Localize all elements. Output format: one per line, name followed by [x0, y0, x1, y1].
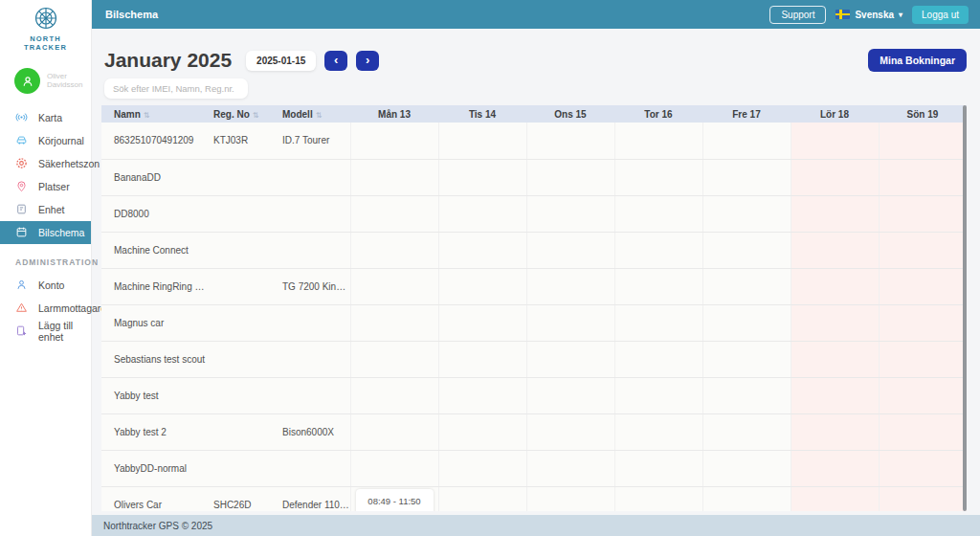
schedule-cell-tis-14[interactable]: [438, 341, 526, 377]
schedule-cell-man-13[interactable]: [350, 232, 438, 268]
schedule-cell-ons-15[interactable]: [526, 486, 614, 511]
column-header-reg-no[interactable]: Reg. No⇅: [207, 105, 276, 123]
schedule-cell-tis-14[interactable]: [438, 304, 526, 341]
sidebar-item-bilschema[interactable]: Bilschema: [0, 221, 91, 244]
schedule-cell-son-19[interactable]: [879, 195, 967, 232]
schedule-cell-ons-15[interactable]: [526, 450, 614, 486]
date-input[interactable]: 2025-01-15: [246, 51, 316, 71]
schedule-cell-fre-17[interactable]: [702, 304, 791, 341]
schedule-cell-man-13[interactable]: [350, 450, 438, 486]
vertical-scrollbar[interactable]: [963, 105, 967, 511]
next-week-button[interactable]: ›: [356, 51, 379, 71]
schedule-cell-lor-18[interactable]: [791, 195, 879, 232]
schedule-cell-son-19[interactable]: [879, 304, 967, 341]
schedule-cell-tor-16[interactable]: [614, 195, 702, 232]
user-profile[interactable]: Oliver Davidsson: [0, 68, 91, 95]
schedule-cell-son-19[interactable]: [879, 341, 967, 377]
schedule-cell-tor-16[interactable]: [614, 377, 702, 413]
schedule-cell-ons-15[interactable]: [526, 232, 614, 268]
schedule-cell-man-13[interactable]: [350, 304, 438, 341]
schedule-cell-fre-17[interactable]: [702, 123, 791, 159]
schedule-cell-tor-16[interactable]: [614, 268, 702, 304]
schedule-cell-tis-14[interactable]: [438, 268, 526, 304]
schedule-cell-tor-16[interactable]: [614, 123, 702, 159]
column-header-modell[interactable]: Modell⇅: [276, 105, 350, 123]
schedule-cell-tor-16[interactable]: [614, 486, 702, 511]
schedule-cell-son-19[interactable]: [879, 377, 967, 413]
schedule-cell-man-13[interactable]: [350, 377, 438, 413]
schedule-cell-ons-15[interactable]: [526, 159, 614, 195]
schedule-cell-ons-15[interactable]: [526, 341, 614, 377]
schedule-cell-lor-18[interactable]: [791, 486, 879, 511]
prev-week-button[interactable]: ‹: [324, 51, 347, 71]
schedule-cell-lor-18[interactable]: [791, 123, 879, 159]
schedule-cell-man-13[interactable]: [350, 123, 438, 159]
schedule-cell-lor-18[interactable]: [791, 377, 879, 413]
schedule-cell-tis-14[interactable]: [438, 232, 526, 268]
schedule-cell-fre-17[interactable]: [702, 413, 791, 450]
schedule-cell-fre-17[interactable]: [702, 268, 791, 304]
language-selector[interactable]: Svenska ▾: [835, 10, 902, 20]
booking-chip[interactable]: 08:49 - 11:50: [356, 489, 434, 512]
schedule-cell-son-19[interactable]: [879, 159, 967, 195]
schedule-cell-man-13[interactable]: [350, 195, 438, 232]
schedule-cell-tis-14[interactable]: [438, 377, 526, 413]
schedule-cell-ons-15[interactable]: [526, 123, 614, 159]
logout-button[interactable]: Logga ut: [912, 6, 969, 24]
schedule-cell-ons-15[interactable]: [526, 377, 614, 413]
support-button[interactable]: Support: [769, 6, 826, 24]
schedule-cell-tis-14[interactable]: [438, 123, 526, 159]
schedule-cell-ons-15[interactable]: [526, 304, 614, 341]
schedule-cell-ons-15[interactable]: [526, 413, 614, 450]
sidebar-item-korjournal[interactable]: Körjournal: [0, 129, 91, 152]
schedule-cell-man-13[interactable]: [350, 413, 438, 450]
schedule-cell-ons-15[interactable]: [526, 195, 614, 232]
schedule-cell-tis-14[interactable]: [438, 450, 526, 486]
sidebar-item-larmmottagare[interactable]: Larmmottagare: [0, 297, 91, 320]
schedule-cell-man-13[interactable]: [350, 159, 438, 195]
my-bookings-button[interactable]: Mina Bokningar: [868, 49, 967, 72]
schedule-cell-fre-17[interactable]: [702, 341, 791, 377]
schedule-cell-lor-18[interactable]: [791, 268, 879, 304]
sidebar-item-konto[interactable]: Konto: [0, 274, 91, 297]
sidebar-item-karta[interactable]: Karta: [0, 106, 91, 129]
schedule-cell-tis-14[interactable]: [438, 159, 526, 195]
schedule-cell-tis-14[interactable]: [438, 195, 526, 232]
sidebar-item-enhet[interactable]: Enhet: [0, 198, 91, 221]
schedule-cell-tor-16[interactable]: [614, 413, 702, 450]
sidebar-item-lagg-till-enhet[interactable]: Lägg till enhet: [0, 320, 91, 343]
schedule-cell-son-19[interactable]: [879, 123, 967, 159]
schedule-cell-son-19[interactable]: [879, 232, 967, 268]
schedule-cell-lor-18[interactable]: [791, 413, 879, 450]
schedule-cell-fre-17[interactable]: [702, 486, 791, 511]
schedule-cell-man-13[interactable]: [350, 341, 438, 377]
schedule-cell-lor-18[interactable]: [791, 232, 879, 268]
schedule-cell-son-19[interactable]: [879, 450, 967, 486]
schedule-cell-ons-15[interactable]: [526, 268, 614, 304]
schedule-cell-lor-18[interactable]: [791, 304, 879, 341]
schedule-cell-fre-17[interactable]: [702, 195, 791, 232]
schedule-cell-tor-16[interactable]: [614, 450, 702, 486]
schedule-cell-tis-14[interactable]: [438, 486, 526, 511]
schedule-cell-fre-17[interactable]: [702, 450, 791, 486]
schedule-cell-lor-18[interactable]: [791, 341, 879, 377]
schedule-cell-tor-16[interactable]: [614, 159, 702, 195]
schedule-cell-fre-17[interactable]: [702, 377, 791, 413]
schedule-cell-tis-14[interactable]: [438, 413, 526, 450]
schedule-cell-son-19[interactable]: [879, 268, 967, 304]
schedule-cell-lor-18[interactable]: [791, 159, 879, 195]
schedule-cell-man-13[interactable]: 08:49 - 11:50: [350, 486, 438, 511]
schedule-cell-son-19[interactable]: [879, 413, 967, 450]
sidebar-item-platser[interactable]: Platser: [0, 175, 91, 198]
sidebar-item-sakerhetszon[interactable]: Säkerhetszon: [0, 152, 91, 175]
schedule-cell-tor-16[interactable]: [614, 304, 702, 341]
schedule-cell-son-19[interactable]: [879, 486, 967, 511]
schedule-cell-fre-17[interactable]: [702, 232, 791, 268]
search-input[interactable]: [104, 78, 248, 99]
schedule-cell-man-13[interactable]: [350, 268, 438, 304]
schedule-cell-fre-17[interactable]: [702, 159, 791, 195]
schedule-cell-tor-16[interactable]: [614, 341, 702, 377]
column-header-namn[interactable]: Namn⇅: [101, 105, 207, 123]
schedule-cell-lor-18[interactable]: [791, 450, 879, 486]
schedule-cell-tor-16[interactable]: [614, 232, 702, 268]
